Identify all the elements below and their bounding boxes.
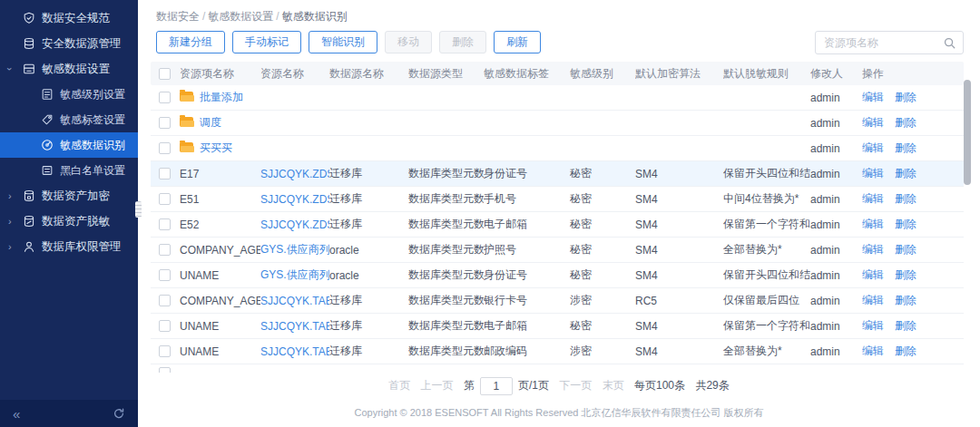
modifier-cell: admin (810, 320, 862, 333)
row-action-link[interactable]: 删除 (895, 294, 916, 306)
toolbar-button[interactable]: 移动 (385, 31, 432, 53)
table-row: COMPANY_AGEGYS.供应商列表oracle数据库类型元数据护照号秘密S… (151, 238, 964, 263)
pagination-first[interactable]: 首页 (388, 379, 410, 392)
breadcrumb-separator: / (276, 10, 279, 23)
folder-link[interactable]: 调度 (200, 116, 221, 129)
row-checkbox[interactable] (159, 168, 171, 180)
column-header: 修改人 (810, 66, 862, 82)
breadcrumb-item[interactable]: 数据安全 (156, 10, 200, 23)
table-scrollbar[interactable] (964, 80, 971, 185)
row-action-link[interactable]: 编辑 (862, 268, 884, 281)
row-checkbox[interactable] (159, 218, 171, 230)
row-action-link[interactable]: 编辑 (862, 294, 884, 306)
resource-link[interactable]: SJJCQYK.ZDSY... (260, 193, 329, 206)
page-number-input[interactable] (480, 377, 513, 395)
sidebar-item[interactable]: 安全数据源管理 (0, 31, 138, 56)
encrypt-algo-cell: SM4 (635, 269, 723, 282)
sidebar-item[interactable]: ›敏感数据设置 (0, 56, 138, 82)
resource-link[interactable]: SJJCQYK.ZDSY... (260, 218, 329, 231)
row-action-link[interactable]: 删除 (895, 192, 916, 205)
toolbar-button[interactable]: 手动标记 (232, 31, 301, 53)
search-input[interactable] (816, 36, 943, 49)
item-name-cell: UNAME (180, 320, 260, 333)
row-action-link[interactable]: 编辑 (862, 91, 884, 103)
row-action-link[interactable]: 编辑 (862, 319, 884, 332)
level-doc-icon (40, 88, 54, 102)
row-action-link[interactable]: 删除 (895, 167, 916, 180)
resource-link[interactable]: GYS.供应商列表 (260, 243, 329, 256)
sensitive-tag-cell: 身份证号 (484, 166, 570, 181)
row-action-link[interactable]: 编辑 (862, 243, 884, 256)
collapse-sidebar-button[interactable]: « (13, 406, 20, 422)
folder-link[interactable]: 批量添加 (200, 91, 243, 103)
resource-link[interactable]: GYS.供应商列表 (260, 268, 329, 281)
folder-icon (180, 92, 193, 102)
row-action-link[interactable]: 编辑 (862, 141, 884, 154)
sidebar-item[interactable]: 敏感标签设置 (0, 107, 138, 132)
sidebar-item[interactable]: ›数据资产加密 (0, 183, 138, 209)
pagination-prev[interactable]: 上一页 (421, 379, 454, 392)
sidebar-item[interactable]: 敏感级别设置 (0, 82, 138, 107)
row-checkbox[interactable] (159, 367, 171, 373)
row-checkbox[interactable] (159, 320, 171, 332)
row-action-link[interactable]: 删除 (895, 319, 916, 332)
sidebar-item[interactable]: 数据安全规范 (0, 5, 138, 31)
datasource-type-cell: 数据库类型元数据 (408, 318, 484, 334)
row-action-link[interactable]: 删除 (895, 218, 916, 230)
row-checkbox[interactable] (159, 117, 171, 129)
column-header: 敏感级别 (570, 66, 635, 82)
row-action-link[interactable]: 编辑 (862, 167, 884, 180)
datasource-type-cell: 数据库类型元数据 (408, 217, 484, 232)
row-checkbox[interactable] (159, 345, 171, 357)
resource-cell: SJJCQYK.TABLE2 (260, 295, 329, 307)
row-checkbox[interactable] (159, 295, 171, 306)
row-action-link[interactable]: 编辑 (862, 192, 884, 205)
toolbar-button[interactable]: 新建分组 (156, 31, 225, 53)
toolbar-button[interactable]: 删除 (439, 31, 486, 53)
pagination-next[interactable]: 下一页 (559, 379, 592, 392)
column-header: 操作 (862, 66, 964, 82)
sidebar-item[interactable]: 黑白名单设置 (0, 158, 138, 183)
sidebar-item[interactable]: 敏感数据识别 (0, 132, 138, 158)
select-all-checkbox[interactable] (159, 68, 171, 80)
row-checkbox[interactable] (159, 193, 171, 205)
datasource-type-cell: 数据库类型元数据 (408, 242, 484, 257)
checkbox-cell (151, 295, 180, 306)
sidebar-item[interactable]: ›数据资产脱敏 (0, 209, 138, 234)
folder-icon (180, 117, 193, 127)
breadcrumb-item[interactable]: 敏感数据设置 (208, 10, 273, 23)
sidebar-item[interactable]: ›数据库权限管理 (0, 234, 138, 259)
row-checkbox[interactable] (159, 92, 171, 103)
toolbar-button[interactable]: 刷新 (494, 31, 541, 53)
resource-link[interactable]: SJJCQYK.TABLE3 (260, 345, 329, 358)
resource-link[interactable]: SJJCQYK.TABLE2 (260, 295, 329, 307)
row-action-link[interactable]: 编辑 (862, 116, 884, 129)
folder-link[interactable]: 买买买 (200, 141, 232, 154)
row-checkbox[interactable] (159, 244, 171, 256)
search-icon[interactable] (943, 36, 956, 50)
actions-cell: 编辑删除 (862, 242, 964, 257)
datasource-cell: 迁移库 (329, 191, 408, 207)
row-action-link[interactable]: 删除 (895, 268, 916, 281)
row-action-link[interactable]: 删除 (895, 116, 916, 129)
shield-icon (22, 12, 35, 25)
sidebar-resize-handle[interactable] (135, 201, 142, 218)
row-action-link[interactable]: 删除 (895, 243, 916, 256)
row-action-link[interactable]: 删除 (895, 141, 916, 154)
row-action-link[interactable]: 删除 (895, 345, 916, 357)
resource-link[interactable]: SJJCQYK.TABLE2 (260, 320, 329, 333)
sensitive-level-cell: 涉密 (570, 344, 635, 359)
row-checkbox[interactable] (159, 142, 171, 154)
row-action-link[interactable]: 编辑 (862, 218, 884, 230)
datasource-cell: 迁移库 (329, 217, 408, 232)
refresh-icon[interactable] (113, 407, 125, 420)
sidebar-footer: « (0, 400, 138, 427)
pagination-last[interactable]: 末页 (603, 379, 624, 392)
row-checkbox[interactable] (159, 269, 171, 281)
resource-link[interactable]: SJJCQYK.ZDSY... (260, 168, 329, 180)
encrypt-algo-cell: RC5 (635, 295, 723, 307)
row-action-link[interactable]: 编辑 (862, 345, 884, 357)
toolbar-button[interactable]: 智能识别 (309, 31, 377, 53)
table-body: 批量添加admin编辑删除调度admin编辑删除买买买admin编辑删除E17S… (151, 85, 964, 373)
row-action-link[interactable]: 删除 (895, 91, 916, 103)
